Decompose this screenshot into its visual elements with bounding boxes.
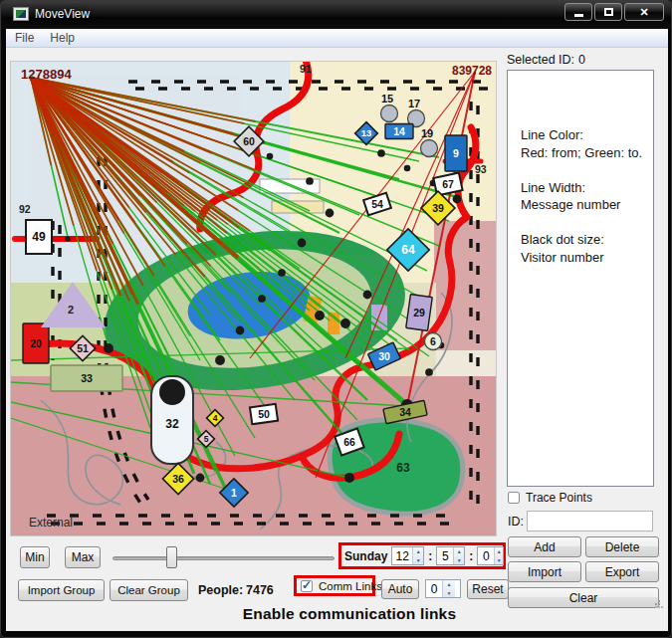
spin-down-icon[interactable]: ▼ — [413, 556, 423, 565]
spin-down-icon[interactable]: ▼ — [454, 556, 464, 565]
legend-line: Line Color: — [521, 127, 653, 145]
hour-spinner[interactable]: 12 ▲▼ — [391, 546, 424, 565]
min-button[interactable]: Min — [20, 546, 50, 568]
menu-bar: File Help — [6, 29, 668, 48]
selected-id-value: 0 — [578, 53, 585, 67]
clear-group-button[interactable]: Clear Group — [110, 579, 188, 601]
svg-text:66: 66 — [343, 436, 355, 448]
visitor-dot — [344, 473, 354, 483]
trace-points-checkbox[interactable]: ✓ — [508, 492, 520, 504]
minute-value: 5 — [437, 547, 453, 564]
menu-file[interactable]: File — [15, 31, 34, 45]
map-marker-14: 14 — [385, 124, 413, 139]
day-label: Sunday — [344, 549, 387, 563]
svg-text:32: 32 — [165, 417, 179, 431]
svg-text:36: 36 — [172, 473, 184, 485]
second-spinner[interactable]: 0 ▲▼ — [477, 546, 504, 565]
check-icon: ✓ — [302, 578, 312, 592]
visitor-dot — [65, 236, 71, 242]
auto-button[interactable]: Auto — [381, 579, 419, 599]
menu-help[interactable]: Help — [50, 31, 75, 45]
visitor-dot — [363, 291, 372, 300]
svg-text:63: 63 — [396, 461, 410, 475]
spin-down-icon[interactable]: ▼ — [495, 556, 503, 565]
spin-up-icon[interactable]: ▲ — [443, 580, 455, 589]
visitor-dot — [196, 474, 205, 483]
external-label: External — [29, 516, 73, 530]
svg-text:60: 60 — [243, 135, 255, 147]
spin-up-icon[interactable]: ▲ — [413, 547, 423, 556]
delete-button[interactable]: Delete — [585, 536, 659, 557]
minimize-button[interactable] — [564, 3, 592, 21]
visitor-dot — [340, 319, 350, 328]
time-slider-track[interactable] — [112, 556, 335, 560]
visitor-dot — [258, 295, 266, 303]
comm-links-label: Comm Links — [319, 580, 382, 592]
svg-text:51: 51 — [77, 342, 89, 354]
second-value: 0 — [478, 547, 494, 564]
minimize-icon — [574, 14, 583, 17]
comm-links-checkbox[interactable]: ✓ — [301, 580, 313, 592]
time-colon: : — [469, 549, 473, 563]
clear-button[interactable]: Clear — [508, 587, 659, 608]
time-colon: : — [428, 549, 432, 563]
people-value: 7476 — [246, 583, 274, 597]
max-button[interactable]: Max — [65, 546, 101, 568]
svg-text:4: 4 — [213, 413, 218, 423]
svg-text:29: 29 — [413, 307, 425, 319]
spin-up-icon[interactable]: ▲ — [495, 547, 503, 556]
id-input[interactable] — [527, 511, 653, 532]
auto-spinner-value: 0 — [426, 580, 442, 597]
close-button[interactable]: ✕ — [624, 3, 664, 21]
visitor-dot — [104, 343, 113, 353]
map-marker-29: 29 — [406, 295, 433, 331]
svg-text:17: 17 — [408, 98, 420, 109]
park-map[interactable]: 6015171314199675439642963020512333245361… — [11, 62, 496, 535]
svg-text:50: 50 — [258, 408, 270, 420]
people-label: People: — [198, 583, 243, 597]
legend-line — [521, 162, 653, 180]
trace-points-row: ✓ Trace Points — [508, 491, 592, 505]
svg-text:64: 64 — [401, 243, 415, 257]
visitor-dot — [215, 355, 225, 365]
legend-listbox[interactable]: Line Color: Red: from; Green: to. Line W… — [507, 70, 654, 487]
time-annotation-box: Sunday 12 ▲▼ : 5 ▲▼ : 0 ▲▼ — [338, 542, 506, 569]
svg-text:49: 49 — [32, 230, 46, 244]
visitor-dot — [425, 368, 433, 376]
visitor-dot — [267, 153, 274, 160]
svg-text:30: 30 — [378, 350, 390, 362]
title-bar[interactable]: MoveView ✕ — [1, 1, 672, 29]
export-button[interactable]: Export — [585, 561, 659, 582]
svg-text:13: 13 — [361, 127, 372, 138]
svg-text:67: 67 — [442, 178, 454, 190]
svg-text:15: 15 — [381, 93, 393, 105]
spin-up-icon[interactable]: ▲ — [454, 547, 464, 556]
visitor-dot — [315, 311, 325, 320]
time-slider-thumb[interactable] — [166, 546, 177, 568]
reset-button[interactable]: Reset — [467, 579, 509, 599]
legend-line: Black dot size: — [521, 232, 653, 250]
auto-spinner[interactable]: 0 ▲▼ — [425, 579, 461, 598]
hour-value: 12 — [392, 547, 412, 564]
svg-text:6: 6 — [430, 335, 436, 347]
add-button[interactable]: Add — [508, 536, 581, 557]
map-marker-50: 50 — [250, 404, 278, 424]
import-button[interactable]: Import — [508, 561, 581, 582]
resize-grip[interactable] — [656, 602, 664, 610]
svg-text:9: 9 — [453, 147, 459, 159]
svg-text:20: 20 — [30, 337, 42, 349]
visitor-dot — [306, 177, 314, 185]
svg-text:5: 5 — [204, 434, 209, 444]
legend-line — [521, 215, 653, 233]
import-group-button[interactable]: Import Group — [18, 579, 105, 601]
svg-text:1: 1 — [231, 487, 237, 499]
maximize-button[interactable] — [594, 3, 622, 21]
visitor-dot — [453, 195, 462, 204]
window-title: MoveView — [35, 7, 90, 21]
map-marker-20: 20 — [23, 323, 49, 363]
visitor-dot — [278, 269, 286, 277]
station-label: 91 — [300, 63, 312, 75]
spin-down-icon[interactable]: ▼ — [443, 589, 455, 598]
map-marker-49: 49 — [26, 220, 52, 254]
minute-spinner[interactable]: 5 ▲▼ — [436, 546, 465, 565]
